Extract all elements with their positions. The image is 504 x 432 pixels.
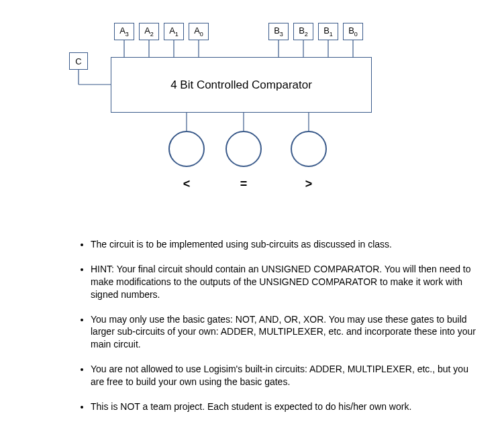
output-lt-label: < — [168, 177, 205, 191]
comparator-diagram: C A3 A2 A1 A0 B3 B2 B1 B0 4 Bit Controll… — [0, 0, 504, 215]
instructions-list: The circuit is to be implemented using s… — [74, 238, 485, 425]
output-gt-label: > — [291, 177, 327, 191]
input-b1-box: B1 — [318, 23, 338, 40]
bullet-item: This is NOT a team project. Each student… — [91, 400, 485, 413]
input-a0-box: A0 — [189, 23, 209, 40]
input-a3-box: A3 — [114, 23, 134, 40]
input-c-box: C — [69, 52, 88, 70]
input-a2-label: A2 — [144, 25, 154, 38]
comparator-main-box: 4 Bit Controlled Comparator — [111, 57, 372, 113]
bullet-item: You may only use the basic gates: NOT, A… — [91, 313, 485, 352]
input-b0-label: B0 — [348, 25, 358, 38]
comparator-title: 4 Bit Controlled Comparator — [170, 78, 312, 92]
bullet-item: HINT: Your final circuit should contain … — [91, 263, 485, 301]
input-b3-box: B3 — [268, 23, 289, 40]
input-b1-label: B1 — [323, 25, 333, 38]
input-a3-label: A3 — [119, 25, 129, 38]
input-a1-box: A1 — [164, 23, 184, 40]
input-c-label: C — [75, 56, 81, 66]
input-b2-box: B2 — [293, 23, 313, 40]
output-gt-circle — [291, 131, 327, 167]
bullet-item: You are not allowed to use Logisim's bui… — [91, 363, 485, 388]
input-a1-label: A1 — [169, 25, 179, 38]
output-lt-circle — [168, 131, 205, 167]
input-b3-label: B3 — [274, 25, 283, 38]
bullet-item: The circuit is to be implemented using s… — [91, 238, 485, 251]
output-eq-label: = — [225, 177, 262, 191]
input-a0-label: A0 — [194, 25, 203, 38]
input-b2-label: B2 — [299, 25, 308, 38]
input-b0-box: B0 — [343, 23, 363, 40]
output-eq-circle — [225, 131, 262, 167]
input-a2-box: A2 — [139, 23, 159, 40]
